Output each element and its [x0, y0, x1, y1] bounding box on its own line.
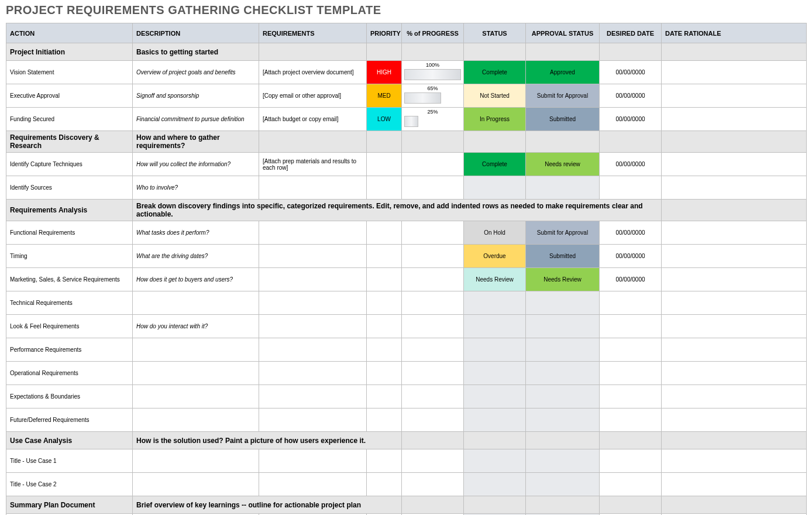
cell-req[interactable] [259, 408, 367, 432]
cell-action[interactable]: Expectations & Boundaries [6, 385, 133, 408]
cell-progress[interactable] [402, 245, 464, 268]
cell-progress[interactable]: 100% [402, 61, 464, 84]
cell-desc[interactable]: How does it get to buyers and users? [133, 268, 259, 291]
cell-progress[interactable] [402, 153, 464, 176]
cell-date[interactable]: 00/00/0000 [600, 61, 662, 84]
cell-date[interactable]: 00/00/0000 [600, 268, 662, 291]
cell-approval[interactable]: Approved [526, 61, 600, 84]
cell-date[interactable] [600, 408, 662, 432]
cell-date[interactable] [600, 362, 662, 385]
cell-approval[interactable] [526, 449, 600, 473]
cell-desc[interactable]: Signoff and sponsorship [133, 84, 259, 108]
cell-action[interactable]: Performance Requirements [6, 338, 133, 362]
cell-desc[interactable] [133, 385, 259, 408]
cell-approval[interactable]: Needs Review [526, 268, 600, 291]
cell-progress[interactable] [402, 291, 464, 315]
cell-date[interactable]: 00/00/0000 [600, 153, 662, 176]
cell-status[interactable]: Needs Review [464, 268, 526, 291]
cell-desc[interactable]: Overview of project goals and benefits [133, 61, 259, 84]
cell-priority[interactable] [367, 315, 402, 338]
cell-status[interactable] [464, 291, 526, 315]
cell-rationale[interactable] [662, 245, 807, 268]
cell-priority[interactable] [367, 268, 402, 291]
cell-rationale[interactable] [662, 291, 807, 315]
cell-priority[interactable]: HIGH [367, 61, 402, 84]
cell-approval[interactable]: Submitted [526, 108, 600, 131]
cell-date[interactable]: 00/00/0000 [600, 221, 662, 245]
cell-priority[interactable] [367, 473, 402, 496]
cell-status[interactable]: In Progress [464, 108, 526, 131]
cell-req[interactable] [259, 362, 367, 385]
cell-date[interactable] [600, 385, 662, 408]
cell-rationale[interactable] [662, 408, 807, 432]
cell-action[interactable]: Operational Requirements [6, 362, 133, 385]
cell-priority[interactable] [367, 449, 402, 473]
cell-status[interactable] [464, 408, 526, 432]
cell-req[interactable]: [Copy email or other approval] [259, 84, 367, 108]
cell-priority[interactable] [367, 176, 402, 200]
cell-approval[interactable] [526, 176, 600, 200]
cell-action[interactable]: Technical Requirements [6, 291, 133, 315]
cell-priority[interactable] [367, 408, 402, 432]
cell-approval[interactable] [526, 315, 600, 338]
cell-date[interactable] [600, 473, 662, 496]
cell-progress[interactable] [402, 221, 464, 245]
cell-priority[interactable] [367, 338, 402, 362]
cell-progress[interactable] [402, 385, 464, 408]
cell-rationale[interactable] [662, 221, 807, 245]
cell-date[interactable]: 00/00/0000 [600, 245, 662, 268]
cell-progress[interactable] [402, 408, 464, 432]
cell-action[interactable]: Title - Use Case 1 [6, 449, 133, 473]
cell-status[interactable] [464, 176, 526, 200]
cell-status[interactable] [464, 473, 526, 496]
cell-approval[interactable]: Needs review [526, 153, 600, 176]
cell-status[interactable]: Overdue [464, 245, 526, 268]
cell-rationale[interactable] [662, 315, 807, 338]
cell-rationale[interactable] [662, 473, 807, 496]
cell-rationale[interactable] [662, 108, 807, 131]
cell-date[interactable] [600, 449, 662, 473]
cell-progress[interactable] [402, 362, 464, 385]
cell-action[interactable]: Funding Secured [6, 108, 133, 131]
cell-rationale[interactable] [662, 153, 807, 176]
cell-desc[interactable]: How do you interact with it? [133, 315, 259, 338]
cell-progress[interactable] [402, 473, 464, 496]
cell-date[interactable] [600, 291, 662, 315]
cell-req[interactable] [259, 176, 367, 200]
cell-progress[interactable] [402, 176, 464, 200]
cell-approval[interactable]: Submit for Approval [526, 84, 600, 108]
cell-priority[interactable] [367, 291, 402, 315]
cell-approval[interactable]: Submitted [526, 245, 600, 268]
cell-req[interactable] [259, 338, 367, 362]
cell-desc[interactable] [133, 362, 259, 385]
cell-action[interactable]: Executive Approval [6, 84, 133, 108]
cell-progress[interactable]: 25% [402, 108, 464, 131]
cell-desc[interactable] [133, 338, 259, 362]
cell-action[interactable]: Functional Requirements [6, 221, 133, 245]
cell-desc[interactable]: Financial commitment to pursue definitio… [133, 108, 259, 131]
cell-progress[interactable] [402, 338, 464, 362]
cell-req[interactable] [259, 291, 367, 315]
cell-approval[interactable]: Submit for Approval [526, 221, 600, 245]
cell-date[interactable] [600, 315, 662, 338]
cell-desc[interactable]: What are the driving dates? [133, 245, 259, 268]
cell-req[interactable]: [Attach budget or copy email] [259, 108, 367, 131]
cell-action[interactable]: Marketing, Sales, & Service Requirements [6, 268, 133, 291]
cell-status[interactable]: Complete [464, 61, 526, 84]
cell-req[interactable] [259, 473, 367, 496]
cell-rationale[interactable] [662, 338, 807, 362]
cell-priority[interactable] [367, 153, 402, 176]
cell-status[interactable]: On Hold [464, 221, 526, 245]
cell-desc[interactable] [133, 291, 259, 315]
cell-action[interactable]: Identify Sources [6, 176, 133, 200]
cell-rationale[interactable] [662, 61, 807, 84]
cell-action[interactable]: Title - Use Case 2 [6, 473, 133, 496]
cell-progress[interactable] [402, 315, 464, 338]
cell-priority[interactable]: MED [367, 84, 402, 108]
cell-status[interactable] [464, 315, 526, 338]
cell-desc[interactable] [133, 449, 259, 473]
cell-req[interactable] [259, 245, 367, 268]
cell-rationale[interactable] [662, 268, 807, 291]
cell-date[interactable]: 00/00/0000 [600, 108, 662, 131]
cell-req[interactable] [259, 221, 367, 245]
